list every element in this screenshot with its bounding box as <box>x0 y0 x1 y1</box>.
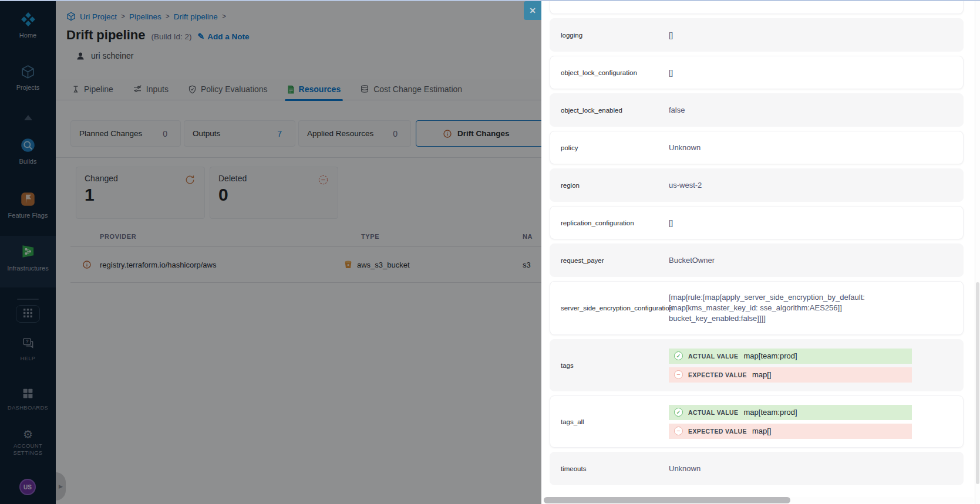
actual-value-bar: ✓ ACTUAL VALUE map[team:prod] <box>669 405 912 420</box>
vertical-scrollbar-thumb[interactable] <box>976 282 979 484</box>
minus-circle-icon: − <box>674 427 683 435</box>
attribute-value: us-west-2 <box>669 181 952 190</box>
attribute-list[interactable]: logging [] object_lock_configuration [] … <box>541 0 972 496</box>
attribute-row: replication_configuration [] <box>550 206 964 239</box>
horizontal-scrollbar[interactable] <box>543 497 974 503</box>
attribute-row: policy Unknown <box>550 131 964 164</box>
expected-value-bar: − EXPECTED VALUE map[] <box>669 424 912 439</box>
check-circle-icon: ✓ <box>674 351 683 360</box>
attribute-key: timeouts <box>561 465 661 472</box>
attribute-row-partial <box>550 0 964 14</box>
attribute-key: policy <box>561 144 661 151</box>
horizontal-scrollbar-thumb[interactable] <box>544 497 790 503</box>
attribute-key: region <box>561 182 661 189</box>
attribute-row: object_lock_enabled false <box>550 93 964 127</box>
attribute-row: server_side_encryption_configuration [ma… <box>550 281 964 335</box>
actual-value-bar: ✓ ACTUAL VALUE map[team:prod] <box>669 349 912 364</box>
vertical-scrollbar[interactable] <box>975 0 980 504</box>
attribute-row: object_lock_configuration [] <box>550 56 964 89</box>
attribute-value: [] <box>669 31 952 39</box>
actual-value-label: ACTUAL VALUE <box>688 409 739 416</box>
attribute-value: BucketOwner <box>669 256 952 265</box>
attribute-value: Unknown <box>669 464 952 473</box>
actual-value-label: ACTUAL VALUE <box>688 353 739 360</box>
top-accent-line <box>0 0 980 1</box>
attribute-value: [] <box>669 218 952 227</box>
drawer-close-button[interactable]: ✕ <box>524 1 541 20</box>
attribute-key: object_lock_configuration <box>561 69 661 76</box>
attribute-key: server_side_encryption_configuration <box>561 305 661 312</box>
attribute-row: logging [] <box>550 18 964 52</box>
attribute-row-drifted: tags_all ✓ ACTUAL VALUE map[team:prod] −… <box>550 395 964 448</box>
attribute-row: region us-west-2 <box>550 168 964 202</box>
attribute-value: [map[rule:[map[apply_server_side_encrypt… <box>669 292 893 324</box>
minus-circle-icon: − <box>674 370 683 379</box>
attribute-row: request_payer BucketOwner <box>550 243 964 277</box>
attribute-key: logging <box>561 32 661 39</box>
expected-value: map[] <box>752 370 772 379</box>
actual-value: map[team:prod] <box>744 408 797 417</box>
attribute-value: [] <box>669 68 952 77</box>
attribute-value: Unknown <box>669 143 952 152</box>
attribute-key: tags <box>561 362 661 369</box>
close-icon: ✕ <box>529 6 536 15</box>
attribute-key: tags_all <box>561 418 661 425</box>
actual-value: map[team:prod] <box>744 351 797 360</box>
attribute-row-drifted: tags ✓ ACTUAL VALUE map[team:prod] − EXP… <box>550 339 964 391</box>
attribute-key: request_payer <box>561 257 661 264</box>
expected-value-label: EXPECTED VALUE <box>688 371 747 378</box>
attribute-value: false <box>669 106 952 114</box>
attribute-key: replication_configuration <box>561 219 661 226</box>
drift-details-drawer: ✕ logging [] object_lock_configuration [… <box>541 0 980 504</box>
attribute-key: object_lock_enabled <box>561 107 661 114</box>
check-circle-icon: ✓ <box>674 408 683 417</box>
expected-value-label: EXPECTED VALUE <box>688 428 747 435</box>
attribute-row: timeouts Unknown <box>550 452 964 485</box>
expected-value-bar: − EXPECTED VALUE map[] <box>669 367 912 383</box>
expected-value: map[] <box>752 427 772 435</box>
